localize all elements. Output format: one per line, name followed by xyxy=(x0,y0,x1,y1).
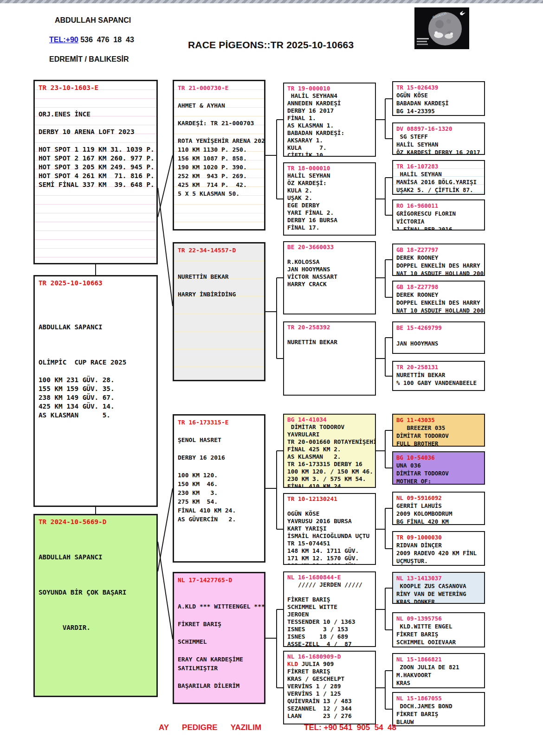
ring-number: BE 15-4269799 xyxy=(396,324,481,332)
box-details: FİKRET BARIŞ KRAS / GESCHELPT VERVİNS 1 … xyxy=(287,668,372,720)
pedigree-box-bg10-54036: BG 10-54036 UNA 036 DİMİTAR TODOROV MOTH… xyxy=(392,451,485,485)
pedigree-box-nl17-1427765: NL 17-1427765-D A.KLD *** WITTEENGEL ***… xyxy=(173,572,265,704)
ring-number: TR 09-1000030 xyxy=(396,533,481,541)
box-details: R.KOLOSSA JAN HOOYMANS VİCTOR NASSART HA… xyxy=(287,251,372,288)
box-details: OGÜN KÖSE BABADAN KARDEŞİ BG 14-23395 xyxy=(396,91,481,115)
box-details: ŞENOL HASRET DERBY 16 2016 100 KM 120. 1… xyxy=(178,427,260,524)
pedigree-box-nl15-1867055: NL 15-1867055 DOCH.JAMES BOND FİKRET BAR… xyxy=(392,692,485,726)
pedigree-box-ro16-960011: RO 16-960011 GRİGORESCU FLORIN VİCTORIA … xyxy=(392,199,485,231)
ring-number: TR 16-107283 xyxy=(396,162,481,170)
pedigree-box-gb18-z27797: GB 18-Z27797 DEREK ROONEY DOPPEL ENKELİN… xyxy=(392,243,485,276)
ring-number: RO 16-960011 xyxy=(396,202,481,210)
pedigree-box-sire: TR 23-10-1603-E ORJ.ENES İNCE DERBY 10 A… xyxy=(33,80,158,264)
pedigree-box-gb18-z27798: GB 18-Z27798 DEREK ROONEY DOPPEL ENKELİN… xyxy=(392,281,485,314)
pedigree-box-nl15-1866821: NL 15-1866821 ZOON JULIA DE 821 M.HAKVOO… xyxy=(392,653,485,688)
pedigree-box-subject: TR 2025-10-10663 ABDULLAK SAPANCI OLİMPİ… xyxy=(33,275,158,507)
pedigree-box-tr15-026439: TR 15-026439 OGÜN KÖSE BABADAN KARDEŞİ B… xyxy=(392,81,485,116)
box-details: ORJ.ENES İNCE DERBY 10 ARENA LOFT 2023 H… xyxy=(39,92,153,189)
ring-number: TR 21-000730-E xyxy=(178,83,260,92)
box-details: HALİL SEYHAN4 ANNEDEN KARDEŞİ DERBY 16 2… xyxy=(287,92,372,157)
box-details: GRİGORESCU FLORIN VİCTORIA 1.FİNAL BFP 2… xyxy=(396,210,481,231)
ring-number: DV 08897-16-1320 xyxy=(396,125,481,133)
box-details: RIDVAN DİNÇER 2009 RADEVO 420 KM FİNL UÇ… xyxy=(396,541,481,566)
box-details: AHMET & AYHAN KARDEŞİ: TR 21-000703 ROTA… xyxy=(178,92,260,198)
pedigree-box-nl16-1680909: NL 16-1680909-D KLD JULIA 909 FİKRET BAR… xyxy=(283,651,376,724)
kld-line: KLD JULIA 909 xyxy=(287,660,372,668)
ring-number: NL 16-1680909-D xyxy=(287,653,372,660)
ring-number: GB 18-Z27797 xyxy=(396,246,481,254)
ring-number: NL 17-1427765-D xyxy=(178,576,260,584)
ring-number: TR 20-258392 xyxy=(287,324,372,331)
pedigree-box-tr19-000010: TR 19-000010 HALİL SEYHAN4 ANNEDEN KARDE… xyxy=(283,83,376,157)
box-details: GERRİT LAHUİS 2009 KOLOMBODRUM BG FİNAL … xyxy=(396,502,481,525)
box-details: KOOPLE ZUS CASANOVA RİNY VAN DE WETERİNG… xyxy=(396,582,481,604)
pedigree-box-tr20-258131: TR 20-258131 NURETTİN BEKAR % 100 GABY V… xyxy=(392,361,485,391)
pedigree-box-tr16-107283: TR 16-107283 HALİL SEYHAN MANİSA 2016 BÖ… xyxy=(392,160,485,195)
ring-number: TR 23-10-1603-E xyxy=(39,83,153,92)
pedigree-box-nl13-1413037: NL 13-1413037 KOOPLE ZUS CASANOVA RİNY V… xyxy=(392,572,485,604)
ring-number: TR 18-000010 xyxy=(287,165,372,172)
software-credit: AY PEDIGRE YAZILIM xyxy=(159,723,261,733)
box-details: ///// JERDEN ///// FİKRET BARIŞ SCHIMMEL… xyxy=(287,581,372,647)
owner-phone: TEL:+90 536 476 18 43 xyxy=(49,35,134,45)
pedigree-box-tr18-000010: TR 18-000010 HALİL SEYHAN ÖZ KARDEŞİ: KU… xyxy=(283,162,376,236)
page-title: RACE PİGEONS::TR 2025-10-10663 xyxy=(188,39,354,51)
ring-number: TR 2024-10-5669-D xyxy=(39,518,153,526)
ring-number: TR 10-12130241 xyxy=(287,495,372,503)
ring-number: NL 09-1395756 xyxy=(396,615,481,622)
ring-number: BG 11-43035 xyxy=(396,416,481,424)
box-details: DEREK ROONEY DOPPEL ENKELİN DES HARRY NA… xyxy=(396,291,481,314)
pedigree-box-be20-3660033: BE 20-3660033 R.KOLOSSA JAN HOOYMANS VİC… xyxy=(283,241,376,314)
ring-number: BG 10-54036 xyxy=(396,454,481,461)
box-details: SG STEFF HALİL SEYHAN ÖZ KARDEŞİ DERBY 1… xyxy=(396,133,481,155)
pedigree-box-tr20-258392: TR 20-258392 NURETTİN BEKAR xyxy=(283,321,376,396)
ring-number: TR 16-173315-E xyxy=(178,418,260,427)
box-details: JAN HOOYMANS xyxy=(396,332,481,347)
tel-number: 536 476 18 43 xyxy=(78,36,134,44)
ring-number: NL 15-1867055 xyxy=(396,694,481,702)
pedigree-box-dv08897: DV 08897-16-1320 SG STEFF HALİL SEYHAN Ö… xyxy=(392,122,485,155)
box-details: DİMİTAR TODOROV YAVRULARI TR 20-001660 R… xyxy=(287,423,372,488)
kld-rest: JULIA 909 xyxy=(298,660,334,667)
pedigree-box-nl16-1680844: NL 16-1680844-E ///// JERDEN ///// FİKRE… xyxy=(283,571,376,647)
ring-number: BE 20-3660033 xyxy=(287,243,372,251)
pedigree-box-tr21-000730: TR 21-000730-E AHMET & AYHAN KARDEŞİ: TR… xyxy=(173,80,265,231)
pedigree-box-tr22-34-14557: TR 22-34-14557-D NURETTİN BEKAR HARRY İN… xyxy=(173,242,265,381)
ring-number: NL 09-5916092 xyxy=(396,494,481,502)
pigeon-moon-logo-icon: Güvercin xyxy=(414,7,469,49)
pedigree-box-nl09-5916092: NL 09-5916092 GERRİT LAHUİS 2009 KOLOMBO… xyxy=(392,492,485,525)
pedigree-box-bg11-43035: BG 11-43035 BREEZER 035 DİMİTAR TODOROV … xyxy=(392,414,485,447)
ring-number: TR 19-000010 xyxy=(287,85,372,92)
kld-label: KLD xyxy=(287,660,298,667)
box-details: DEREK ROONEY DOPPEL ENKELİN DES HARRY NA… xyxy=(396,254,481,276)
pedigree-box-tr09-1000030: TR 09-1000030 RIDVAN DİNÇER 2009 RADEVO … xyxy=(392,531,485,566)
box-details: DOCH.JAMES BOND FİKRET BARIŞ BLAUW DOCH.… xyxy=(396,702,481,726)
box-details: ABDULLAH SAPANCI SOYUNDA BİR ÇOK BAŞARI … xyxy=(39,526,153,632)
box-details: A.KLD *** WITTEENGEL *** FİKRET BARIŞ SC… xyxy=(178,584,260,690)
box-details: OGÜN KÖSE YAVRUSU 2016 BURSA KART YARIŞI… xyxy=(287,503,372,565)
box-details: NURETTİN BEKAR xyxy=(287,331,372,346)
tel-link[interactable]: TEL:+90 xyxy=(49,36,78,44)
pedigree-box-nl09-1395756: NL 09-1395756 KLD.WITTE ENGEL FİKRET BAR… xyxy=(392,612,485,647)
software-phone: TEL: +90 541 905 54 48 xyxy=(304,723,396,733)
ring-number: NL 16-1680844-E xyxy=(287,574,372,581)
box-details: HALİL SEYHAN ÖZ KARDEŞİ: KULA 2. UŞAK 2.… xyxy=(287,172,372,231)
ring-number: TR 2025-10-10663 xyxy=(39,279,153,288)
scan-artifact-strip xyxy=(0,0,543,3)
pedigree-box-be15-4269799: BE 15-4269799 JAN HOOYMANS xyxy=(392,321,485,354)
ring-number: TR 22-34-14557-D xyxy=(178,246,260,255)
box-details: NURETTİN BEKAR % 100 GABY VANDENABEELE xyxy=(396,371,481,387)
owner-name: ABDULLAH SAPANCI xyxy=(55,16,131,25)
box-details: ZOON JULIA DE 821 M.HAKVOORT KRAS MOEDER… xyxy=(396,663,481,688)
ring-number: GB 18-Z27798 xyxy=(396,283,481,291)
ring-number: NL 13-1413037 xyxy=(396,574,481,582)
ring-number: NL 15-1866821 xyxy=(396,655,481,663)
box-details: UNA 036 DİMİTAR TODOROV MOTHER OF: xyxy=(396,461,481,485)
ring-number: TR 15-026439 xyxy=(396,83,481,91)
ring-number: BG 14-41034 xyxy=(287,416,372,423)
box-details: BREEZER 035 DİMİTAR TODOROV FULL BROTHER… xyxy=(396,424,481,447)
box-details: HALİL SEYHAN MANİSA 2016 BÖLG.YARIŞI UŞA… xyxy=(396,170,481,194)
box-details: ABDULLAK SAPANCI OLİMPİC CUP RACE 2025 1… xyxy=(39,288,153,420)
box-details: KLD.WITTE ENGEL FİKRET BARIŞ SCHIMMEL OO… xyxy=(396,622,481,647)
owner-location: EDREMİT / BALIKESİR xyxy=(49,55,129,64)
